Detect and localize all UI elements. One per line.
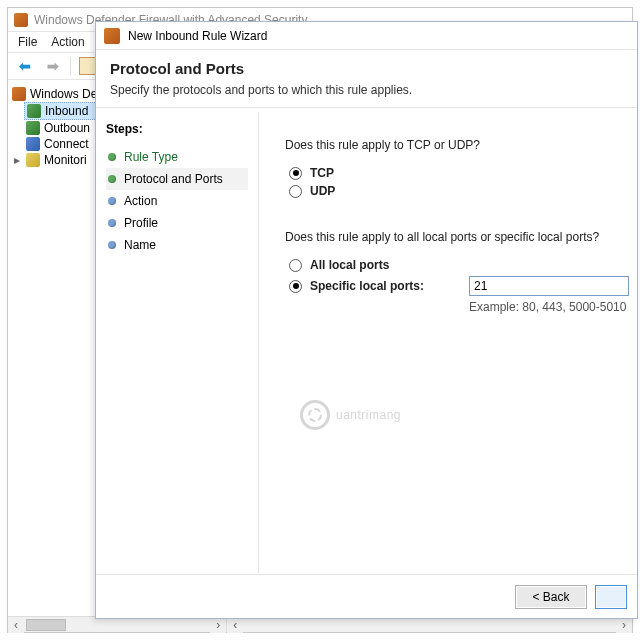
- nav-fwd-button: ➡: [42, 55, 64, 77]
- step-rule-type[interactable]: Rule Type: [106, 146, 248, 168]
- firewall-icon: [12, 87, 26, 101]
- rules-icon: [27, 104, 41, 118]
- nav-back-button[interactable]: ⬅: [14, 55, 36, 77]
- step-bullet-icon: [108, 241, 116, 249]
- tree-item-label: Outboun: [44, 121, 90, 135]
- scroll-track[interactable]: [243, 617, 616, 632]
- port-example: Example: 80, 443, 5000-5010: [469, 300, 629, 314]
- scroll-right-icon[interactable]: ›: [616, 617, 632, 633]
- back-button[interactable]: < Back: [515, 585, 587, 609]
- step-label: Name: [124, 238, 156, 252]
- radio-icon: [289, 259, 302, 272]
- steps-panel: Steps: Rule Type Protocol and Ports Acti…: [96, 112, 259, 574]
- wizard-body: Steps: Rule Type Protocol and Ports Acti…: [96, 112, 637, 574]
- firewall-icon: [14, 13, 28, 27]
- radio-icon: [289, 280, 302, 293]
- back-button-label: < Back: [532, 590, 569, 604]
- scroll-right-icon[interactable]: ›: [210, 617, 226, 633]
- arrow-left-icon: ⬅: [19, 58, 31, 74]
- firewall-icon: [104, 28, 120, 44]
- wizard-sub: Specify the protocols and ports to which…: [110, 83, 623, 97]
- wizard-titlebar: New Inbound Rule Wizard: [96, 22, 637, 50]
- step-profile[interactable]: Profile: [106, 212, 248, 234]
- step-protocol-ports[interactable]: Protocol and Ports: [106, 168, 248, 190]
- radio-label: All local ports: [310, 258, 389, 272]
- step-label: Protocol and Ports: [124, 172, 223, 186]
- connection-icon: [26, 137, 40, 151]
- wizard-dialog: New Inbound Rule Wizard Protocol and Por…: [95, 21, 638, 619]
- scroll-left-icon[interactable]: ‹: [227, 617, 243, 633]
- wizard-title: New Inbound Rule Wizard: [128, 29, 267, 43]
- question-ports: Does this rule apply to all local ports …: [285, 230, 629, 244]
- step-label: Action: [124, 194, 157, 208]
- radio-tcp[interactable]: TCP: [289, 166, 629, 180]
- steps-label: Steps:: [106, 122, 248, 136]
- tree-item-label: Connect: [44, 137, 89, 151]
- radio-label: Specific local ports:: [310, 279, 424, 293]
- radio-all-ports[interactable]: All local ports: [289, 258, 629, 272]
- tree-root-label: Windows De: [30, 87, 97, 101]
- wizard-header: Protocol and Ports Specify the protocols…: [96, 50, 637, 108]
- radio-icon: [289, 167, 302, 180]
- radio-specific-ports[interactable]: Specific local ports:: [289, 276, 629, 296]
- scroll-left-icon[interactable]: ‹: [8, 617, 24, 633]
- wizard-footer: < Back: [96, 574, 637, 618]
- wizard-content: Does this rule apply to TCP or UDP? TCP …: [259, 112, 637, 574]
- arrow-right-icon: ➡: [47, 58, 59, 74]
- radio-label: UDP: [310, 184, 335, 198]
- menu-file[interactable]: File: [18, 35, 37, 49]
- scroll-track[interactable]: [24, 617, 210, 632]
- tree-item-label: Monitori: [44, 153, 87, 167]
- step-bullet-icon: [108, 197, 116, 205]
- radio-label: TCP: [310, 166, 334, 180]
- port-input[interactable]: [469, 276, 629, 296]
- scroll-thumb[interactable]: [26, 619, 66, 631]
- tree-item-label: Inbound: [45, 104, 88, 118]
- next-button[interactable]: [595, 585, 627, 609]
- monitor-icon: [26, 153, 40, 167]
- step-action[interactable]: Action: [106, 190, 248, 212]
- step-bullet-icon: [108, 175, 116, 183]
- menu-action[interactable]: Action: [51, 35, 84, 49]
- radio-icon: [289, 185, 302, 198]
- question-protocol: Does this rule apply to TCP or UDP?: [285, 138, 629, 152]
- rules-icon: [26, 121, 40, 135]
- radio-udp[interactable]: UDP: [289, 184, 629, 198]
- chevron-right-icon[interactable]: ▸: [12, 153, 22, 167]
- step-name[interactable]: Name: [106, 234, 248, 256]
- wizard-heading: Protocol and Ports: [110, 60, 623, 77]
- step-bullet-icon: [108, 153, 116, 161]
- step-label: Rule Type: [124, 150, 178, 164]
- step-bullet-icon: [108, 219, 116, 227]
- toolbar-sep: [70, 57, 71, 75]
- step-label: Profile: [124, 216, 158, 230]
